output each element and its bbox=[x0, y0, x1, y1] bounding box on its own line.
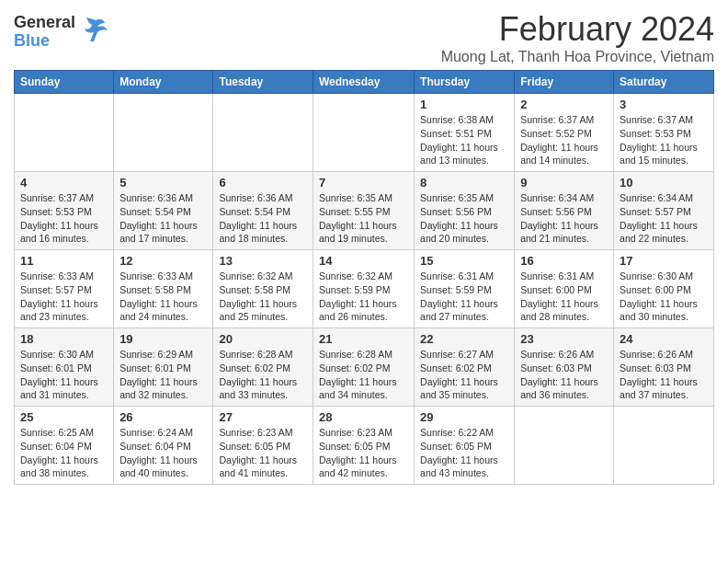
calendar-cell bbox=[213, 94, 313, 172]
header-monday: Monday bbox=[114, 71, 213, 94]
calendar-cell: 14Sunrise: 6:32 AM Sunset: 5:59 PM Dayli… bbox=[313, 250, 414, 328]
calendar-cell: 6Sunrise: 6:36 AM Sunset: 5:54 PM Daylig… bbox=[213, 172, 313, 250]
calendar-cell bbox=[515, 407, 614, 485]
day-info: Sunrise: 6:37 AM Sunset: 5:53 PM Dayligh… bbox=[620, 113, 708, 167]
day-number: 23 bbox=[520, 332, 608, 346]
day-info: Sunrise: 6:28 AM Sunset: 6:02 PM Dayligh… bbox=[319, 348, 408, 402]
day-number: 3 bbox=[620, 98, 708, 111]
day-info: Sunrise: 6:35 AM Sunset: 5:56 PM Dayligh… bbox=[420, 191, 508, 246]
calendar-cell: 8Sunrise: 6:35 AM Sunset: 5:56 PM Daylig… bbox=[415, 172, 515, 250]
calendar-cell: 5Sunrise: 6:36 AM Sunset: 5:54 PM Daylig… bbox=[114, 172, 213, 250]
day-number: 20 bbox=[219, 332, 307, 346]
page-header: General Blue February 2024 Muong Lat, Th… bbox=[14, 9, 714, 65]
day-info: Sunrise: 6:24 AM Sunset: 6:04 PM Dayligh… bbox=[119, 426, 207, 480]
calendar-cell: 28Sunrise: 6:23 AM Sunset: 6:05 PM Dayli… bbox=[313, 407, 414, 485]
day-info: Sunrise: 6:28 AM Sunset: 6:02 PM Dayligh… bbox=[219, 348, 307, 402]
calendar-cell: 21Sunrise: 6:28 AM Sunset: 6:02 PM Dayli… bbox=[313, 328, 414, 407]
calendar-cell: 24Sunrise: 6:26 AM Sunset: 6:03 PM Dayli… bbox=[614, 328, 714, 407]
logo-general-text: General bbox=[14, 14, 75, 32]
calendar-cell bbox=[114, 94, 213, 172]
day-number: 5 bbox=[119, 176, 207, 190]
calendar-week-3: 11Sunrise: 6:33 AM Sunset: 5:57 PM Dayli… bbox=[15, 250, 714, 328]
header-saturday: Saturday bbox=[614, 71, 714, 94]
calendar-cell: 19Sunrise: 6:29 AM Sunset: 6:01 PM Dayli… bbox=[114, 328, 213, 407]
day-info: Sunrise: 6:32 AM Sunset: 5:59 PM Dayligh… bbox=[319, 270, 408, 324]
day-info: Sunrise: 6:33 AM Sunset: 5:58 PM Dayligh… bbox=[119, 270, 207, 324]
calendar-week-1: 1Sunrise: 6:38 AM Sunset: 5:51 PM Daylig… bbox=[15, 94, 714, 172]
calendar-cell bbox=[313, 94, 414, 172]
logo-bird-icon bbox=[77, 16, 109, 48]
day-number: 12 bbox=[119, 254, 207, 268]
day-number: 19 bbox=[119, 332, 207, 346]
day-number: 11 bbox=[20, 254, 108, 268]
calendar-cell: 1Sunrise: 6:38 AM Sunset: 5:51 PM Daylig… bbox=[415, 94, 515, 172]
day-number: 16 bbox=[520, 254, 608, 268]
calendar-cell bbox=[15, 94, 114, 172]
day-number: 7 bbox=[319, 176, 408, 190]
day-info: Sunrise: 6:30 AM Sunset: 6:00 PM Dayligh… bbox=[620, 270, 708, 324]
calendar-cell: 20Sunrise: 6:28 AM Sunset: 6:02 PM Dayli… bbox=[213, 328, 313, 407]
day-number: 17 bbox=[620, 254, 708, 268]
header-wednesday: Wednesday bbox=[313, 71, 414, 94]
day-number: 29 bbox=[420, 410, 508, 424]
logo: General Blue bbox=[14, 9, 109, 51]
day-number: 25 bbox=[20, 410, 108, 424]
calendar-header-row: SundayMondayTuesdayWednesdayThursdayFrid… bbox=[15, 71, 714, 94]
title-area: February 2024 Muong Lat, Thanh Hoa Provi… bbox=[441, 9, 714, 65]
header-friday: Friday bbox=[515, 71, 614, 94]
header-tuesday: Tuesday bbox=[213, 71, 313, 94]
calendar-cell: 10Sunrise: 6:34 AM Sunset: 5:57 PM Dayli… bbox=[614, 172, 714, 250]
calendar-week-4: 18Sunrise: 6:30 AM Sunset: 6:01 PM Dayli… bbox=[15, 328, 714, 407]
day-info: Sunrise: 6:31 AM Sunset: 6:00 PM Dayligh… bbox=[520, 270, 608, 324]
day-info: Sunrise: 6:31 AM Sunset: 5:59 PM Dayligh… bbox=[420, 270, 508, 324]
day-number: 18 bbox=[20, 332, 108, 346]
day-info: Sunrise: 6:30 AM Sunset: 6:01 PM Dayligh… bbox=[20, 348, 108, 402]
calendar-cell: 23Sunrise: 6:26 AM Sunset: 6:03 PM Dayli… bbox=[515, 328, 614, 407]
day-number: 6 bbox=[219, 176, 307, 190]
day-info: Sunrise: 6:34 AM Sunset: 5:57 PM Dayligh… bbox=[620, 191, 708, 246]
day-number: 4 bbox=[20, 176, 108, 190]
calendar-cell: 16Sunrise: 6:31 AM Sunset: 6:00 PM Dayli… bbox=[515, 250, 614, 328]
day-number: 26 bbox=[119, 410, 207, 424]
day-info: Sunrise: 6:27 AM Sunset: 6:02 PM Dayligh… bbox=[420, 348, 508, 402]
day-number: 8 bbox=[420, 176, 508, 190]
calendar-cell: 11Sunrise: 6:33 AM Sunset: 5:57 PM Dayli… bbox=[15, 250, 114, 328]
day-number: 9 bbox=[520, 176, 608, 190]
day-info: Sunrise: 6:38 AM Sunset: 5:51 PM Dayligh… bbox=[420, 113, 508, 167]
day-info: Sunrise: 6:37 AM Sunset: 5:52 PM Dayligh… bbox=[520, 113, 608, 167]
logo-blue-text: Blue bbox=[14, 32, 75, 51]
calendar-week-5: 25Sunrise: 6:25 AM Sunset: 6:04 PM Dayli… bbox=[15, 407, 714, 485]
day-info: Sunrise: 6:34 AM Sunset: 5:56 PM Dayligh… bbox=[520, 191, 608, 246]
day-number: 24 bbox=[620, 332, 708, 346]
calendar-cell: 3Sunrise: 6:37 AM Sunset: 5:53 PM Daylig… bbox=[614, 94, 714, 172]
day-number: 14 bbox=[319, 254, 408, 268]
day-info: Sunrise: 6:22 AM Sunset: 6:05 PM Dayligh… bbox=[420, 426, 508, 480]
day-number: 13 bbox=[219, 254, 307, 268]
day-info: Sunrise: 6:36 AM Sunset: 5:54 PM Dayligh… bbox=[219, 191, 307, 246]
calendar-cell: 12Sunrise: 6:33 AM Sunset: 5:58 PM Dayli… bbox=[114, 250, 213, 328]
calendar-cell: 7Sunrise: 6:35 AM Sunset: 5:55 PM Daylig… bbox=[313, 172, 414, 250]
calendar-cell: 27Sunrise: 6:23 AM Sunset: 6:05 PM Dayli… bbox=[213, 407, 313, 485]
calendar-cell: 29Sunrise: 6:22 AM Sunset: 6:05 PM Dayli… bbox=[415, 407, 515, 485]
day-info: Sunrise: 6:33 AM Sunset: 5:57 PM Dayligh… bbox=[20, 270, 108, 324]
location-subtitle: Muong Lat, Thanh Hoa Province, Vietnam bbox=[441, 49, 714, 65]
day-number: 21 bbox=[319, 332, 408, 346]
day-number: 22 bbox=[420, 332, 508, 346]
day-number: 15 bbox=[420, 254, 508, 268]
calendar-cell bbox=[614, 407, 714, 485]
day-number: 1 bbox=[420, 98, 508, 111]
calendar-cell: 4Sunrise: 6:37 AM Sunset: 5:53 PM Daylig… bbox=[15, 172, 114, 250]
calendar-cell: 13Sunrise: 6:32 AM Sunset: 5:58 PM Dayli… bbox=[213, 250, 313, 328]
calendar-cell: 15Sunrise: 6:31 AM Sunset: 5:59 PM Dayli… bbox=[415, 250, 515, 328]
day-info: Sunrise: 6:25 AM Sunset: 6:04 PM Dayligh… bbox=[20, 426, 108, 480]
day-number: 10 bbox=[620, 176, 708, 190]
day-info: Sunrise: 6:32 AM Sunset: 5:58 PM Dayligh… bbox=[219, 270, 307, 324]
day-info: Sunrise: 6:23 AM Sunset: 6:05 PM Dayligh… bbox=[319, 426, 408, 480]
day-number: 2 bbox=[520, 98, 608, 111]
calendar-cell: 18Sunrise: 6:30 AM Sunset: 6:01 PM Dayli… bbox=[15, 328, 114, 407]
calendar-cell: 25Sunrise: 6:25 AM Sunset: 6:04 PM Dayli… bbox=[15, 407, 114, 485]
day-info: Sunrise: 6:37 AM Sunset: 5:53 PM Dayligh… bbox=[20, 191, 108, 246]
calendar-cell: 2Sunrise: 6:37 AM Sunset: 5:52 PM Daylig… bbox=[515, 94, 614, 172]
calendar-table: SundayMondayTuesdayWednesdayThursdayFrid… bbox=[14, 70, 714, 485]
calendar-cell: 22Sunrise: 6:27 AM Sunset: 6:02 PM Dayli… bbox=[415, 328, 515, 407]
